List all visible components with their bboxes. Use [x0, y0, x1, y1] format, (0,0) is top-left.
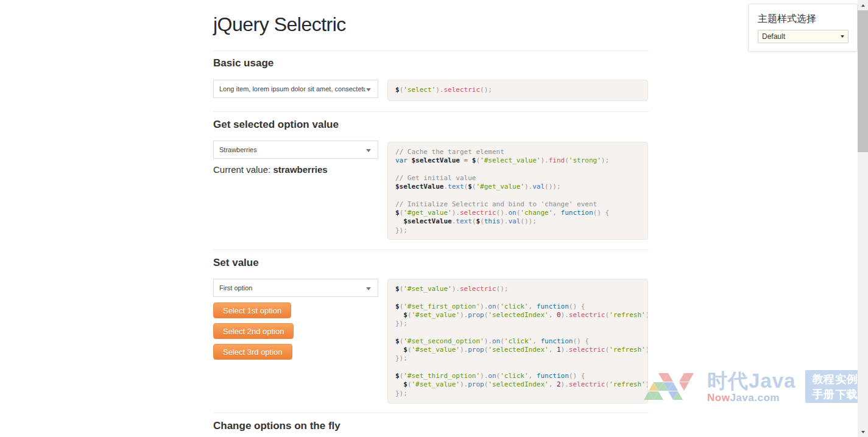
current-value-line: Current value: strawberries [213, 164, 328, 175]
main-content: jQuery Selectric Basic usage Long item, … [213, 0, 649, 437]
scroll-up-button[interactable] [858, 0, 868, 10]
set-value-select[interactable]: First option [213, 279, 378, 297]
theme-select-value: Default [762, 30, 785, 43]
select-1st-option-button[interactable]: Select 1st option [213, 302, 291, 318]
current-value-label: Current value: [213, 164, 273, 175]
scroll-down-button[interactable] [858, 427, 868, 437]
basic-usage-select-value: Long item, lorem ipsum dolor sit amet, c… [219, 80, 365, 97]
section-divider [213, 413, 649, 413]
section-heading-get-value: Get selected option value [213, 119, 339, 131]
select-3rd-option-button[interactable]: Select 3rd option [213, 344, 292, 360]
watermark-site-java: Java.com [730, 392, 780, 404]
section-heading-set-value: Set value [213, 257, 259, 269]
watermark-link-manual: 手册 [812, 389, 834, 400]
watermark-link-examples: 实例 [835, 374, 857, 385]
basic-usage-code-block: $('select').selectric(); [387, 80, 648, 101]
watermark-site: NowJava.com [707, 393, 796, 403]
watermark-text: 时代Java NowJava.com [707, 371, 796, 403]
chevron-down-icon [366, 88, 371, 91]
dropdown-arrow-icon [841, 35, 844, 38]
nowjava-watermark: 时代Java NowJava.com 教程 实例 手册 下载 [641, 370, 864, 403]
get-value-code-block: // Cache the target element var $selectV… [387, 142, 648, 240]
select-2nd-option-button[interactable]: Select 2nd option [213, 323, 294, 339]
chevron-down-icon [366, 287, 371, 290]
set-value-code-block: $('#set_value').selectric(); $('#set_fir… [387, 279, 648, 404]
chevron-down-icon [366, 149, 371, 152]
watermark-link-download: 下载 [835, 389, 857, 400]
theme-select[interactable]: Default [758, 30, 849, 43]
page: jQuery Selectric Basic usage Long item, … [0, 0, 868, 437]
theme-panel: 主题样式选择 Default [748, 4, 858, 52]
set-value-select-value: First option [219, 279, 365, 296]
page-title: jQuery Selectric [213, 13, 346, 36]
get-value-select-value: Strawberries [219, 141, 365, 158]
basic-usage-select[interactable]: Long item, lorem ipsum dolor sit amet, c… [213, 80, 378, 98]
scroll-up-icon [861, 4, 865, 7]
scroll-down-icon [861, 431, 865, 433]
section-divider [213, 250, 649, 250]
nowjava-logo-icon [641, 371, 702, 402]
theme-panel-title: 主题样式选择 [758, 13, 848, 26]
watermark-links-row: 教程 实例 [812, 374, 857, 385]
section-divider [213, 111, 649, 112]
watermark-site-now: Now [707, 392, 730, 404]
watermark-links-row: 手册 下载 [812, 389, 857, 400]
section-divider [213, 51, 649, 51]
watermark-brand: 时代Java [707, 371, 796, 391]
scrollbar[interactable] [858, 0, 868, 437]
watermark-link-tutorial: 教程 [812, 374, 834, 385]
current-value-text: strawberries [273, 164, 327, 175]
watermark-links-box: 教程 实例 手册 下载 [805, 370, 864, 403]
section-heading-change-options: Change options on the fly [213, 420, 340, 432]
section-heading-basic-usage: Basic usage [213, 57, 273, 69]
scrollbar-thumb[interactable] [858, 10, 868, 152]
get-value-select[interactable]: Strawberries [213, 141, 378, 159]
